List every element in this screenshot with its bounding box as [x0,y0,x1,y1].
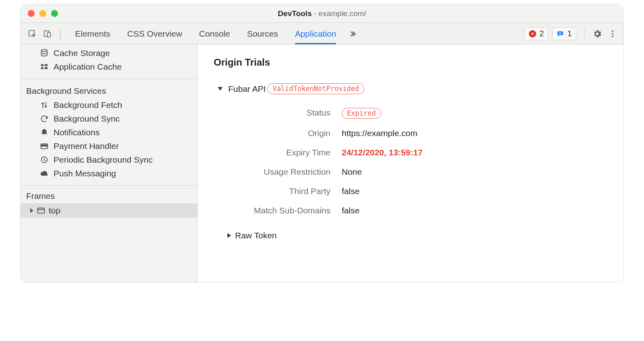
svg-rect-9 [41,64,43,66]
database-icon [40,49,49,58]
errors-pill[interactable]: 2 [524,27,548,40]
sidebar-item-payment-handler[interactable]: Payment Handler [21,139,197,153]
origin-trial-name: Fubar API [228,84,266,94]
svg-point-8 [41,50,47,52]
tab-sources-label: Sources [247,29,278,39]
window-title-strong: DevTools [278,9,312,18]
sidebar-item-background-sync[interactable]: Background Sync [21,112,197,126]
frames-top-row[interactable]: top [21,203,197,218]
raw-token-row[interactable]: Raw Token [227,231,607,240]
origin-trial-tag: ValidTokenNotProvided [267,83,364,94]
svg-rect-12 [45,67,47,69]
credit-card-icon [40,142,49,151]
grid-icon [40,62,49,71]
clock-icon [40,155,49,164]
panel-tabs: Elements CSS Overview Console Sources Ap… [75,23,336,44]
traffic-lights [28,10,58,17]
error-icon [529,30,536,37]
arrows-vertical-icon [40,101,49,110]
svg-point-7 [612,35,613,37]
frame-icon [37,206,45,215]
background-services-title: Background Services [21,82,197,98]
origin-trial-details: Status Expired Origin https://example.co… [214,108,607,215]
background-fetch-label: Background Fetch [54,100,122,110]
svg-rect-11 [41,67,43,69]
application-sidebar: Cache Storage Application Cache Backgrou… [21,45,198,282]
messages-count: 1 [567,29,572,38]
svg-point-6 [612,33,613,35]
svg-rect-14 [41,145,48,146]
sidebar-item-background-fetch[interactable]: Background Fetch [21,98,197,112]
kebab-menu-icon[interactable] [606,26,619,42]
sidebar-item-periodic-background-sync[interactable]: Periodic Background Sync [21,153,197,167]
settings-icon[interactable] [590,26,604,42]
window-title-rest: example.com/ [318,9,366,18]
svg-point-5 [612,30,613,32]
payment-handler-label: Payment Handler [54,141,119,151]
toolbar: Elements CSS Overview Console Sources Ap… [21,23,623,45]
messages-pill[interactable]: 1 [552,27,576,40]
usage-value: None [342,167,607,177]
tab-css-overview[interactable]: CSS Overview [127,23,182,44]
usage-key: Usage Restriction [214,167,330,177]
match-subdomains-key: Match Sub-Domains [214,206,330,215]
origin-trial-row[interactable]: Fubar API ValidTokenNotProvided [218,83,607,94]
disclosure-down-icon [218,87,223,91]
sync-icon [40,114,49,123]
bell-icon [40,128,49,137]
devtools-window: DevTools - example.com/ Elements CSS Ov [20,4,624,283]
periodic-background-sync-label: Periodic Background Sync [54,155,153,165]
errors-count: 2 [539,29,544,38]
panel-heading: Origin Trials [214,57,607,68]
device-toggle-icon[interactable] [41,26,54,42]
application-cache-label: Application Cache [54,62,122,72]
sidebar-item-push-messaging[interactable]: Push Messaging [21,167,197,180]
background-sync-label: Background Sync [54,114,120,124]
notifications-label: Notifications [54,128,99,137]
window-title-sep: - [312,9,318,18]
disclosure-right-icon [30,208,33,213]
match-subdomains-value: false [342,206,607,215]
third-party-key: Third Party [214,186,330,196]
svg-rect-4 [559,33,561,34]
status-badge: Expired [342,108,381,119]
raw-token-label: Raw Token [235,231,277,240]
inspect-element-icon[interactable] [25,26,39,42]
svg-rect-2 [47,32,50,37]
frames-title: Frames [21,186,197,203]
expiry-value: 24/12/2020, 13:59:17 [342,148,607,157]
sidebar-item-cache-storage[interactable]: Cache Storage [21,46,197,60]
window-zoom-button[interactable] [51,10,58,17]
svg-rect-16 [38,208,45,213]
cache-storage-label: Cache Storage [54,48,110,58]
tab-sources[interactable]: Sources [247,23,278,44]
frame-top-label: top [49,206,60,215]
sidebar-item-notifications[interactable]: Notifications [21,126,197,139]
more-tabs-button[interactable] [347,30,359,38]
disclosure-right-icon [227,233,231,238]
push-messaging-label: Push Messaging [54,169,116,178]
window-title: DevTools - example.com/ [27,9,617,18]
window-minimize-button[interactable] [39,10,46,17]
status-key: Status [214,108,330,119]
tab-application-label: Application [295,29,336,39]
expiry-key: Expiry Time [214,148,330,157]
svg-rect-10 [45,64,47,66]
sidebar-item-application-cache[interactable]: Application Cache [21,60,197,74]
toolbar-separator-right [584,29,585,39]
tab-console-label: Console [199,29,230,39]
tab-elements[interactable]: Elements [75,23,111,44]
tab-application[interactable]: Application [295,23,336,44]
origin-value: https://example.com [342,128,607,138]
tab-console[interactable]: Console [199,23,230,44]
svg-rect-3 [559,33,562,33]
message-icon [557,30,564,37]
status-pills: 2 1 [524,27,576,40]
third-party-value: false [342,186,607,196]
status-value: Expired [342,108,607,119]
toolbar-separator [60,29,61,39]
tab-css-overview-label: CSS Overview [127,29,182,39]
cloud-icon [40,169,49,178]
tab-elements-label: Elements [75,29,111,39]
window-close-button[interactable] [28,10,35,17]
